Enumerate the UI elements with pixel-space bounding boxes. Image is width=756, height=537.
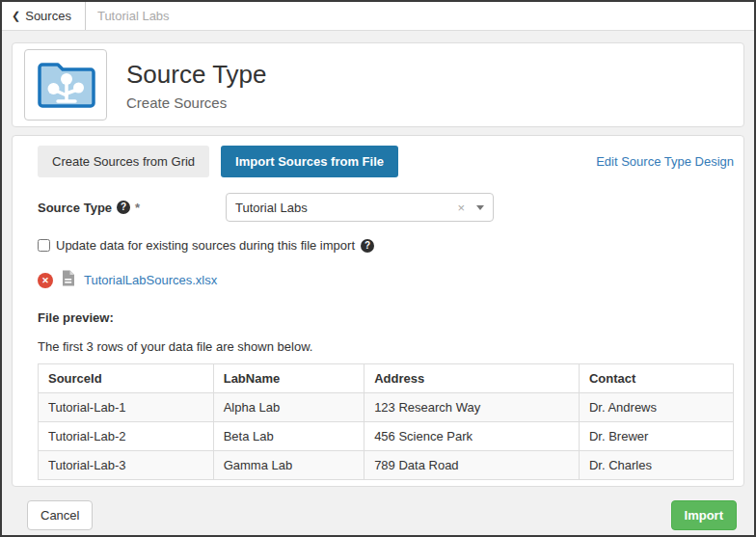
remove-file-icon[interactable]: ✕ — [38, 273, 53, 288]
page-header-text: Source Type Create Sources — [126, 60, 267, 111]
column-header-labname: LabName — [213, 364, 364, 393]
update-existing-checkbox[interactable] — [38, 239, 50, 252]
sources-folder-icon — [35, 55, 96, 115]
tab-create-sources-from-grid[interactable]: Create Sources from Grid — [38, 146, 209, 177]
table-row: Tutorial-Lab-2 Beta Lab 456 Science Park… — [39, 422, 734, 451]
table-row: Tutorial-Lab-3 Gamma Lab 789 Data Road D… — [39, 451, 734, 480]
page-header: Source Type Create Sources — [12, 42, 744, 127]
import-button[interactable]: Import — [671, 500, 737, 530]
cell-labname: Beta Lab — [213, 422, 364, 451]
breadcrumb-current: Tutorial Labs — [97, 9, 170, 23]
cell-address: 789 Data Road — [364, 451, 580, 480]
breadcrumb-back-link[interactable]: ❮ Sources — [12, 9, 71, 23]
page-title: Source Type — [126, 60, 267, 90]
file-icon — [62, 270, 75, 290]
breadcrumb-divider — [85, 2, 86, 30]
caret-down-icon[interactable] — [476, 205, 484, 210]
cell-address: 456 Science Park — [364, 422, 580, 451]
source-type-select[interactable]: Tutorial Labs × — [226, 193, 494, 222]
uploaded-file-row: ✕ TutorialLabSources.xlsx — [38, 270, 734, 290]
source-type-icon-card — [24, 49, 107, 121]
tab-import-sources-from-file[interactable]: Import Sources from File — [221, 146, 398, 177]
footer-actions: Cancel Import — [2, 487, 754, 530]
breadcrumb: ❮ Sources Tutorial Labs — [2, 2, 754, 31]
cell-sourceid: Tutorial-Lab-3 — [39, 451, 214, 480]
edit-source-type-design-link[interactable]: Edit Source Type Design — [596, 154, 734, 169]
tab-row: Create Sources from Grid Import Sources … — [38, 146, 734, 177]
file-preview-note: The first 3 rows of your data file are s… — [38, 339, 734, 354]
cell-contact: Dr. Charles — [579, 451, 733, 480]
table-header-row: SourceId LabName Address Contact — [39, 364, 734, 393]
file-preview-heading: File preview: — [38, 310, 734, 325]
help-icon-source-type[interactable]: ? — [117, 201, 130, 214]
cell-labname: Alpha Lab — [213, 393, 364, 422]
import-panel: Create Sources from Grid Import Sources … — [12, 135, 744, 487]
required-marker: * — [135, 201, 140, 215]
page-subtitle: Create Sources — [126, 94, 267, 111]
column-header-sourceid: SourceId — [39, 364, 214, 393]
breadcrumb-back-label: Sources — [25, 9, 71, 23]
cell-contact: Dr. Brewer — [579, 422, 733, 451]
cancel-button[interactable]: Cancel — [27, 500, 93, 530]
help-icon-update-existing[interactable]: ? — [361, 239, 374, 253]
file-preview-table: SourceId LabName Address Contact Tutoria… — [38, 363, 734, 480]
update-existing-checkbox-row: Update data for existing sources during … — [38, 238, 734, 253]
uploaded-file-link[interactable]: TutorialLabSources.xlsx — [84, 273, 217, 287]
cell-labname: Gamma Lab — [213, 451, 364, 480]
app-window: ❮ Sources Tutorial Labs — [0, 0, 756, 537]
chevron-left-icon: ❮ — [12, 10, 20, 22]
source-type-selected-value: Tutorial Labs — [235, 201, 457, 215]
update-existing-label: Update data for existing sources during … — [56, 238, 355, 253]
source-type-label: Source Type ? * — [38, 201, 226, 215]
column-header-address: Address — [364, 364, 580, 393]
table-row: Tutorial-Lab-1 Alpha Lab 123 Research Wa… — [39, 393, 734, 422]
clear-selection-icon[interactable]: × — [457, 201, 465, 215]
source-type-field-row: Source Type ? * Tutorial Labs × — [38, 193, 734, 222]
cell-address: 123 Research Way — [364, 393, 580, 422]
cell-sourceid: Tutorial-Lab-1 — [39, 393, 214, 422]
column-header-contact: Contact — [579, 364, 733, 393]
cell-contact: Dr. Andrews — [579, 393, 733, 422]
cell-sourceid: Tutorial-Lab-2 — [39, 422, 214, 451]
